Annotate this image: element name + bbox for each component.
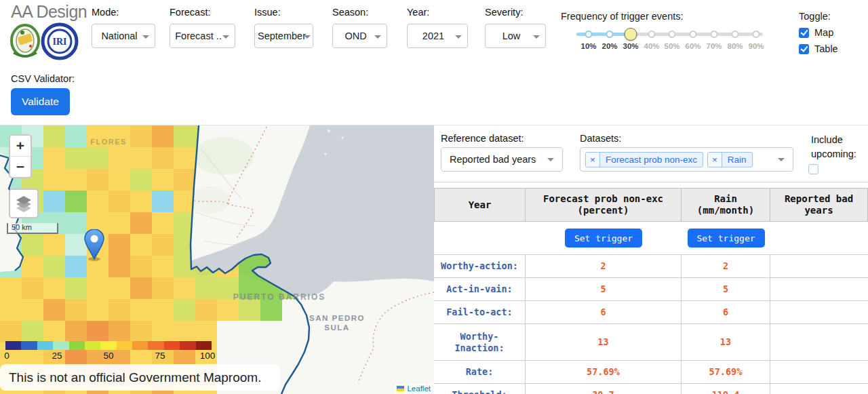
- validate-button[interactable]: Validate: [11, 88, 70, 115]
- row-label: Fail-to-act:: [434, 301, 526, 324]
- slider-tick-label: 90%: [748, 42, 764, 50]
- row-value: 2: [526, 255, 682, 278]
- slider-dot[interactable]: [690, 31, 697, 38]
- row-label: Threshold:: [434, 384, 526, 394]
- frequency-label: Frequency of trigger events:: [561, 11, 684, 22]
- slider-dot[interactable]: [648, 31, 656, 38]
- chevron-down-icon: [547, 158, 554, 161]
- zoom-out-button[interactable]: −: [10, 157, 31, 177]
- toggle-label: Toggle:: [799, 11, 831, 22]
- row-value: [770, 324, 868, 361]
- row-value: 57.69%: [526, 361, 682, 384]
- slider-dot[interactable]: [711, 31, 718, 38]
- reference-dataset-select[interactable]: Reported bad years: [441, 147, 563, 172]
- mode-value: National: [101, 31, 137, 41]
- map-checkbox[interactable]: [799, 28, 809, 38]
- control-severity: Severity: Low: [485, 7, 546, 48]
- remove-tag-icon[interactable]: ×: [708, 153, 722, 167]
- row-value: [770, 361, 868, 384]
- slider-handle[interactable]: [625, 28, 637, 41]
- slider-dot[interactable]: [585, 31, 593, 38]
- control-issue: Issue: September: [254, 7, 313, 48]
- slider-dot[interactable]: [732, 31, 739, 38]
- slider-dot[interactable]: [669, 31, 676, 38]
- map-marker[interactable]: [83, 229, 105, 262]
- toggle-table[interactable]: Table: [799, 43, 838, 54]
- forecast-value: Forecast ..: [175, 31, 222, 41]
- row-label: Act-in-vain:: [434, 278, 526, 301]
- slider-dot[interactable]: [753, 31, 760, 38]
- zoom-control: + −: [9, 134, 32, 178]
- set-trigger-button-rain[interactable]: Set trigger: [688, 229, 765, 248]
- issue-select[interactable]: September: [254, 24, 313, 48]
- reference-dataset-value: Reported bad years: [450, 154, 536, 165]
- col-year: Year: [434, 188, 526, 222]
- frequency-slider[interactable]: 10% 20% 30% 40% 50% 60% 70% 80% 90%: [576, 24, 763, 53]
- legend-tick: 25: [52, 351, 62, 361]
- slider-dot[interactable]: [606, 31, 614, 38]
- row-value: [770, 255, 868, 278]
- forecast-label: Forecast:: [170, 7, 235, 18]
- control-season: Season: OND: [332, 7, 387, 48]
- season-label: Season:: [332, 7, 387, 18]
- forecast-select[interactable]: Forecast ..: [170, 24, 235, 48]
- severity-select[interactable]: Low: [485, 24, 546, 48]
- slider-tick-label: 60%: [685, 42, 701, 50]
- panel-divider: [434, 182, 868, 182]
- row-value: 5: [682, 278, 770, 301]
- include-upcoming-label: Include upcoming:: [811, 133, 856, 161]
- legend-tick: 100: [200, 351, 216, 361]
- zoom-in-button[interactable]: +: [10, 136, 31, 157]
- label-san-pedro-sula-2: SULA: [324, 323, 349, 332]
- include-upcoming-checkbox[interactable]: [808, 164, 818, 174]
- table-row: Threshold: 30.7 119.4: [434, 384, 868, 394]
- dataset-tag[interactable]: × Rain: [707, 152, 753, 168]
- dataset-tag[interactable]: × Forecast prob non-exc: [585, 152, 703, 168]
- table-row: Worthy-action: 2 2: [434, 255, 868, 278]
- issue-value: September: [258, 31, 306, 41]
- dataset-tag-label: Forecast prob non-exc: [600, 153, 703, 167]
- mode-label: Mode:: [92, 7, 155, 18]
- col-rain: Rain(mm/month): [682, 188, 770, 222]
- disclaimer-text: This is not an official Government Mapro…: [0, 364, 280, 391]
- slider-tick-label: 20%: [601, 42, 617, 50]
- leaflet-link[interactable]: Leaflet: [407, 385, 431, 393]
- topbar: AA Design IRI Mode: National Forecast:: [0, 0, 868, 125]
- table-row: Fail-to-act: 6 6: [434, 301, 868, 324]
- map-canvas[interactable]: FLORES Cobán PUERTO BARRIOS SAN PEDRO SU…: [0, 125, 434, 394]
- slider-tick-label: 50%: [664, 42, 679, 50]
- chevron-down-icon: [374, 35, 381, 39]
- severity-value: Low: [502, 31, 521, 41]
- issue-label: Issue:: [254, 7, 313, 18]
- set-trigger-button-forecast[interactable]: Set trigger: [565, 229, 642, 248]
- year-value: 2021: [422, 31, 444, 41]
- control-forecast: Forecast: Forecast ..: [170, 7, 235, 48]
- remove-tag-icon[interactable]: ×: [586, 153, 600, 167]
- row-label: Worthy-Inaction:: [434, 324, 526, 361]
- csv-validator-label: CSV Validator:: [11, 73, 75, 84]
- set-trigger-row: Set trigger Set trigger: [434, 222, 868, 255]
- chevron-down-icon: [533, 35, 540, 39]
- layers-control[interactable]: [9, 189, 39, 218]
- mode-select[interactable]: National: [92, 24, 155, 48]
- toggle-map[interactable]: Map: [799, 27, 833, 38]
- dataset-tag-label: Rain: [722, 153, 752, 167]
- trigger-table: Year Forecast prob non-exc(percent) Rain…: [434, 188, 868, 394]
- right-panel: Reference dataset: Reported bad years Da…: [434, 125, 868, 394]
- col-reported: Reported badyears: [770, 188, 868, 222]
- row-value: 30.7: [526, 384, 682, 394]
- map-attribution: Leaflet: [395, 383, 433, 393]
- table-checkbox[interactable]: [799, 44, 809, 54]
- row-value: 13: [682, 324, 770, 361]
- slider-tick-label: 80%: [727, 42, 743, 50]
- row-value: 57.69%: [682, 361, 770, 384]
- chevron-down-icon: [778, 158, 785, 161]
- table-row: Worthy-Inaction: 13 13: [434, 324, 868, 361]
- season-select[interactable]: OND: [332, 24, 387, 48]
- year-select[interactable]: 2021: [407, 24, 468, 48]
- datasets-multiselect[interactable]: × Forecast prob non-exc × Rain: [580, 147, 793, 172]
- scale-control: 50 km: [7, 223, 58, 234]
- reference-dataset-label: Reference dataset:: [441, 133, 524, 144]
- row-value: [770, 384, 868, 394]
- chevron-down-icon: [222, 35, 229, 39]
